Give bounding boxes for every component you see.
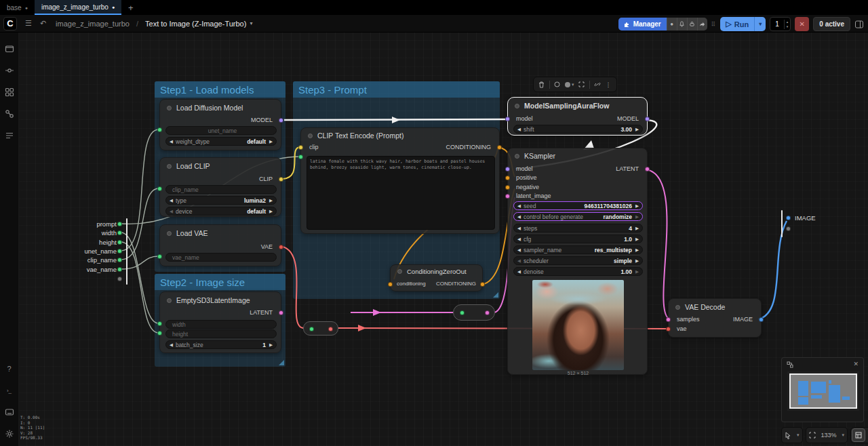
output-slot-vae[interactable]: VAE [261, 243, 273, 250]
output-slot-image[interactable]: IMAGE [733, 316, 753, 323]
pointer-tool-button[interactable] [782, 432, 794, 439]
share-icon[interactable] [697, 18, 707, 31]
input-slot-conditioning[interactable]: conditioning [397, 281, 426, 287]
more-options-icon[interactable]: ⋮ [606, 81, 612, 88]
collapse-dot-icon[interactable] [167, 164, 172, 169]
minimap-panel[interactable]: ✕ [781, 357, 864, 422]
port-clip-name-input[interactable] [157, 186, 162, 191]
reroute-latent[interactable] [453, 304, 495, 321]
sidebar-nodes-icon[interactable] [4, 108, 15, 119]
group-step3-header[interactable]: Step3 - Prompt [293, 81, 500, 98]
increment-icon[interactable]: ▶ [635, 269, 639, 275]
node-load-clip[interactable]: Load CLIP CLIP clip_name ◀ type lumina2 … [159, 157, 281, 217]
widget-control-before-generate[interactable]: ◀ control before generate randomize ▶ [513, 212, 643, 221]
input-slot-negative[interactable]: negative [516, 184, 539, 190]
minimap-view[interactable] [787, 371, 859, 411]
widget-height[interactable]: height [165, 329, 277, 338]
input-slot-model[interactable]: model [516, 165, 533, 172]
decrement-icon[interactable]: ◀ [170, 198, 173, 203]
collapse-dot-icon[interactable] [167, 106, 172, 110]
node-color-picker[interactable]: ▾ [565, 82, 574, 87]
increment-icon[interactable]: ▶ [635, 127, 639, 132]
run-button[interactable]: ▷ Run [720, 20, 754, 28]
increment-icon[interactable]: ▶ [635, 226, 639, 231]
decrement-icon[interactable]: ◀ [517, 258, 521, 264]
node-conditioning-zero-out[interactable]: ConditioningZeroOut conditioning CONDITI… [390, 264, 483, 291]
widget-shift[interactable]: ◀ shift 3.00 ▶ [513, 125, 643, 134]
group-step2-header[interactable]: Step2 - Image size [155, 274, 285, 290]
node-ksampler[interactable]: KSampler model positive negative latent_… [507, 148, 648, 375]
node-header[interactable]: Load Diffusion Model [167, 104, 243, 112]
port-subgraph-height[interactable] [117, 240, 122, 245]
output-slot-clip[interactable]: CLIP [259, 176, 273, 182]
node-header[interactable]: ModelSamplingAuraFlow [515, 102, 609, 110]
port-subgraph-prompt[interactable] [117, 222, 122, 226]
port-vae-input[interactable] [666, 327, 671, 331]
group-step1-header[interactable]: Step1 - Load models [155, 81, 285, 98]
input-slot-samples[interactable]: samples [677, 316, 700, 323]
bypass-link-icon[interactable] [594, 81, 601, 87]
output-slot-model[interactable]: MODEL [617, 115, 639, 122]
run-options-chevron[interactable]: ▾ [754, 17, 766, 31]
port-width-input[interactable] [157, 321, 162, 326]
zoom-chevron[interactable]: ▾ [840, 432, 848, 438]
terminal-icon[interactable]: ›_ [4, 385, 15, 396]
port-clip-input[interactable] [298, 145, 303, 150]
input-slot-positive[interactable]: positive [516, 174, 537, 181]
side-panel-toggle[interactable] [854, 20, 864, 29]
node-header[interactable]: ConditioningZeroOut [397, 268, 467, 275]
output-slot-conditioning[interactable]: CONDITIONING [446, 144, 492, 150]
comfyui-logo[interactable]: C [3, 17, 17, 31]
decrement-icon[interactable]: ◀ [517, 269, 521, 275]
output-slot-model[interactable]: MODEL [251, 117, 273, 123]
node-header[interactable]: KSampler [515, 152, 555, 160]
sidebar-queue-icon[interactable] [4, 130, 15, 141]
widget-steps[interactable]: ◀ steps 4 ▶ [513, 224, 643, 232]
widget-weight-dtype[interactable]: ◀ weight_dtype default ▶ [165, 137, 277, 146]
output-slot-conditioning[interactable]: CONDITIONING [436, 281, 476, 287]
port-subgraph-width[interactable] [117, 230, 122, 235]
port-conditioning-output[interactable] [480, 282, 485, 287]
port-model-input[interactable] [505, 167, 510, 171]
port-reroute-output[interactable] [328, 327, 333, 331]
fit-node-icon[interactable] [578, 81, 585, 87]
sidebar-models-icon[interactable] [4, 87, 15, 98]
increment-icon[interactable]: ▶ [635, 203, 639, 209]
widget-vae-name[interactable]: vae_name [165, 253, 277, 262]
active-jobs-badge[interactable]: 0 active [813, 17, 850, 31]
port-latent-output[interactable] [279, 310, 283, 315]
increment-icon[interactable]: ▶ [269, 342, 273, 348]
input-slot-model[interactable]: model [516, 115, 533, 122]
widget-sampler-name[interactable]: ◀ sampler_name res_multistep ▶ [513, 245, 643, 254]
widget-batch-size[interactable]: ◀ batch_size 1 ▶ [165, 340, 277, 349]
decrement-icon[interactable]: ◀ [517, 203, 521, 209]
collapse-dot-icon[interactable] [515, 104, 519, 108]
increment-icon[interactable]: ▶ [269, 139, 273, 144]
port-latent-image-input[interactable] [505, 194, 510, 199]
chevron-down-icon[interactable]: ▾ [250, 20, 252, 26]
collapse-dot-icon[interactable] [397, 269, 402, 274]
manager-button[interactable]: Manager [618, 18, 667, 31]
increment-icon[interactable]: ▶ [269, 198, 273, 203]
node-model-sampling-auraflow[interactable]: ModelSamplingAuraFlow model MODEL ◀ shif… [507, 97, 648, 136]
decrement-icon[interactable]: ▾ [785, 24, 791, 29]
port-subgraph-vae-name[interactable] [117, 267, 122, 272]
collapse-dot-icon[interactable] [167, 298, 172, 303]
cancel-run-button[interactable]: ✕ [795, 17, 809, 31]
port-reroute-input[interactable] [460, 310, 465, 315]
group-resize-handle[interactable] [279, 360, 284, 365]
tab-image-z-image-turbo[interactable]: image_z_image_turbo ● [35, 0, 121, 15]
subgraph-input-vae-name[interactable]: vae_name [87, 266, 117, 273]
port-model-output[interactable] [279, 118, 283, 123]
collapse-dot-icon[interactable] [515, 154, 519, 159]
drag-grip-icon[interactable]: ⠿ [711, 21, 717, 28]
node-load-diffusion-model[interactable]: Load Diffusion Model MODEL unet_name ◀ w… [159, 99, 281, 150]
subgraph-input-prompt[interactable]: prompt [96, 220, 117, 228]
increment-icon[interactable]: ▶ [635, 247, 639, 253]
port-subgraph-clip-name[interactable] [117, 258, 122, 262]
port-clip-output[interactable] [279, 177, 283, 182]
port-samples-input[interactable] [666, 317, 671, 322]
port-reroute-input[interactable] [309, 327, 314, 331]
input-slot-clip[interactable]: clip [309, 144, 319, 150]
port-latent-output[interactable] [645, 167, 650, 171]
